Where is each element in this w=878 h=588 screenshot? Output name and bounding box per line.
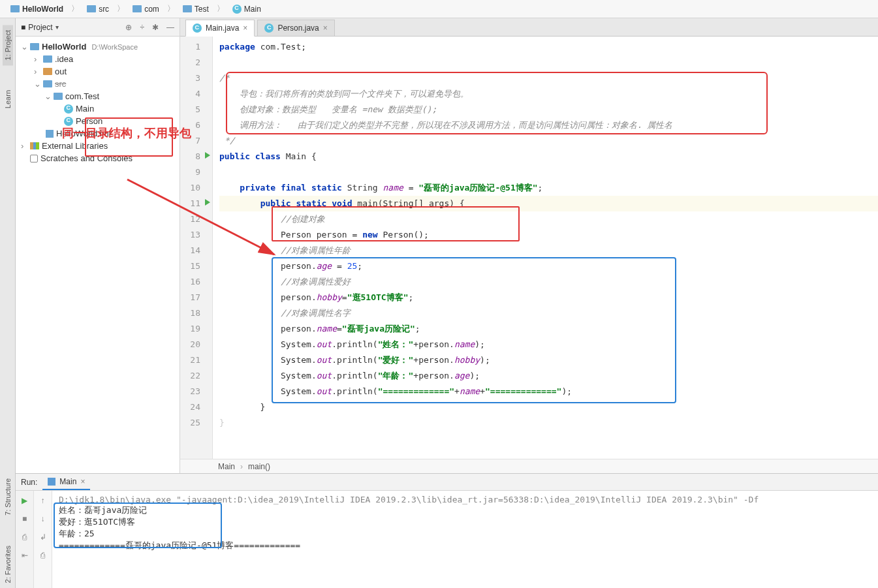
breadcrumb-item[interactable]: src	[83, 3, 113, 15]
chevron-right-icon: 〉	[167, 3, 175, 14]
breadcrumb-item[interactable]: Test	[179, 3, 213, 15]
project-view-selector[interactable]: ■ Project ▾	[21, 23, 59, 32]
code-area[interactable]: package com.Test; /* 导包：我们将所有的类放到同一个文件夹下…	[213, 37, 878, 459]
line-number: 7	[180, 133, 212, 149]
project-panel-header: ■ Project ▾ ⊕ ÷ ✱ —	[16, 18, 180, 37]
rerun-button[interactable]: ▶	[19, 495, 31, 506]
run-label: Run:	[21, 478, 37, 487]
breadcrumb-item[interactable]: com	[129, 3, 163, 15]
line-number: 1	[180, 39, 212, 55]
library-icon	[30, 142, 39, 149]
folder-icon	[133, 5, 142, 12]
close-icon[interactable]: ×	[243, 23, 247, 33]
run-panel: Run: Main× ▶ ■ ⎙ ⇤ ↑ ↓ ↲ ⎙ D:\jdk1.8\bin…	[16, 474, 878, 588]
line-number: 4	[180, 86, 212, 102]
line-number: 11	[180, 196, 212, 211]
editor-tabs: Main.java× Person.java×	[180, 18, 878, 37]
package-icon	[54, 93, 63, 100]
tree-item-person-class[interactable]: Person	[18, 115, 177, 127]
tree-item-package[interactable]: ⌄com.Test	[18, 90, 177, 102]
expand-arrow-icon[interactable]: ⌄	[34, 79, 40, 89]
line-number: 22	[180, 368, 212, 384]
folder-icon	[43, 68, 52, 75]
line-number: 10	[180, 180, 212, 196]
left-tool-tabs: 1: Project Learn 7: Structure 2: Favorit…	[0, 18, 16, 588]
gear-icon[interactable]: ✱	[152, 23, 159, 32]
breadcrumb-item[interactable]: Main	[228, 3, 265, 15]
run-panel-header: Run: Main×	[16, 474, 878, 491]
line-number: 12	[180, 211, 212, 227]
run-gutter-icon[interactable]	[205, 199, 210, 206]
close-icon[interactable]: ×	[80, 477, 85, 486]
tree-item-ext-libs[interactable]: ›External Libraries	[18, 140, 177, 152]
screenshot-button[interactable]: ⎙	[19, 531, 31, 543]
class-icon	[64, 117, 73, 126]
line-number: 24	[180, 399, 212, 415]
tree-item-iml[interactable]: HelloWorld.iml	[18, 127, 177, 140]
line-number: 15	[180, 258, 212, 274]
expand-arrow-icon[interactable]: ›	[21, 141, 27, 151]
line-number: 8	[180, 149, 212, 164]
project-icon	[30, 43, 39, 50]
breadcrumb-method[interactable]: main()	[248, 462, 270, 471]
run-icon	[48, 478, 55, 486]
editor-tab-person[interactable]: Person.java×	[257, 20, 334, 36]
editor-tab-main[interactable]: Main.java×	[185, 20, 255, 37]
print-icon[interactable]: ⎙	[37, 549, 49, 561]
expand-arrow-icon[interactable]: ›	[34, 67, 40, 76]
tab-favorites[interactable]: 2: Favorites	[3, 540, 13, 588]
line-number: 19	[180, 321, 212, 337]
scratches-icon	[30, 155, 38, 162]
console-output[interactable]: D:\jdk1.8\bin\java.exe "-javaagent:D:\id…	[52, 491, 878, 588]
tree-item-main-class[interactable]: Main	[18, 102, 177, 115]
chevron-right-icon: ›	[240, 462, 243, 471]
run-config-tab[interactable]: Main×	[42, 474, 90, 490]
wrap-icon[interactable]: ↲	[37, 531, 49, 543]
down-icon[interactable]: ↓	[37, 513, 49, 525]
up-icon[interactable]: ↑	[37, 495, 49, 506]
run-toolbar: ▶ ■ ⎙ ⇤	[16, 491, 34, 588]
line-number: 20	[180, 337, 212, 352]
folder-icon	[43, 80, 52, 87]
stop-button[interactable]: ■	[19, 513, 31, 525]
exit-button[interactable]: ⇤	[19, 549, 31, 561]
close-icon[interactable]: ×	[323, 23, 328, 33]
console-line: 姓名：磊哥java历险记	[59, 505, 147, 515]
run-gutter-icon[interactable]	[205, 152, 210, 159]
breadcrumb-bar: HelloWorld 〉 src 〉 com 〉 Test 〉 Main	[0, 0, 878, 18]
code-breadcrumb: Main › main()	[180, 459, 878, 473]
tree-item-src[interactable]: ⌄src	[18, 78, 177, 90]
expand-arrow-icon[interactable]: ›	[34, 54, 40, 64]
breadcrumb-item[interactable]: HelloWorld	[7, 3, 67, 15]
line-number: 5	[180, 102, 212, 117]
console-line: D:\jdk1.8\bin\java.exe "-javaagent:D:\id…	[59, 495, 759, 504]
tab-structure[interactable]: 7: Structure	[3, 473, 13, 521]
line-number: 23	[180, 384, 212, 399]
breadcrumb-class[interactable]: Main	[218, 462, 235, 471]
tree-item-scratches[interactable]: Scratches and Consoles	[18, 152, 177, 164]
project-tree: ⌄HelloWorldD:\WorkSpace ›.idea ›out ⌄src…	[16, 37, 180, 168]
tree-root[interactable]: ⌄HelloWorldD:\WorkSpace	[18, 40, 177, 53]
locate-icon[interactable]: ⊕	[125, 23, 132, 32]
line-number: 13	[180, 227, 212, 243]
line-number: 14	[180, 243, 212, 258]
tab-project[interactable]: 1: Project	[3, 25, 13, 65]
tree-item-idea[interactable]: ›.idea	[18, 53, 177, 65]
class-icon	[264, 23, 274, 33]
console-line: 年龄：25	[59, 529, 95, 538]
line-number: 3	[180, 70, 212, 86]
expand-arrow-icon[interactable]: ⌄	[21, 42, 27, 52]
chevron-down-icon: ▾	[55, 23, 59, 31]
tree-item-out[interactable]: ›out	[18, 65, 177, 78]
collapse-icon[interactable]: ÷	[140, 23, 144, 32]
line-number: 17	[180, 290, 212, 305]
line-number: 6	[180, 117, 212, 133]
folder-icon	[87, 5, 96, 12]
hide-icon[interactable]: —	[166, 23, 174, 32]
folder-icon	[43, 55, 52, 63]
tab-learn[interactable]: Learn	[3, 85, 13, 114]
chevron-right-icon: 〉	[217, 3, 225, 14]
editor-body[interactable]: 1 2 3 4 5 6 7 8 9 10 11 12 13 14 15 16 1	[180, 37, 878, 459]
expand-arrow-icon[interactable]: ⌄	[44, 91, 51, 101]
folder-icon	[10, 5, 20, 12]
